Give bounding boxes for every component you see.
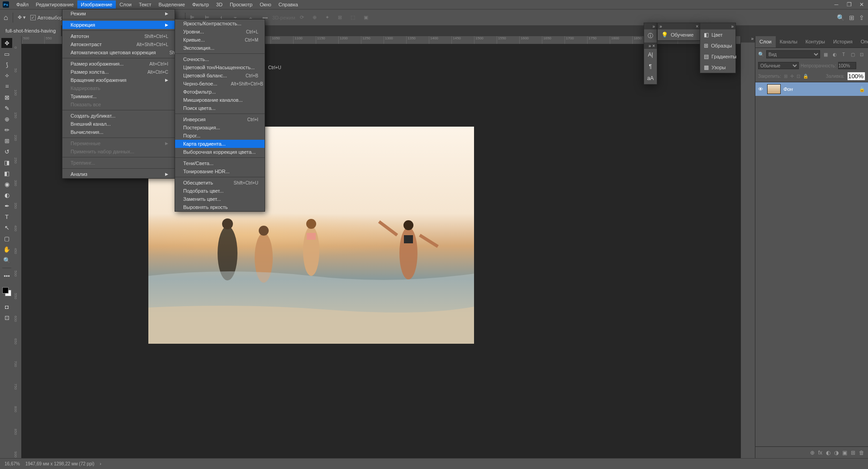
color-panel-row[interactable]: ▤Градиенты	[700, 51, 735, 62]
menu-item[interactable]: АвтоконтрастAlt+Shift+Ctrl+L	[62, 40, 175, 48]
menu-item[interactable]: Вращение изображения▶	[62, 76, 175, 84]
wand-tool[interactable]: ✧	[1, 71, 12, 81]
search-icon[interactable]: 🔍	[837, 14, 844, 21]
document-tab[interactable]: full-shot-friends-having	[0, 25, 62, 36]
menu-item[interactable]: Подобрать цвет...	[175, 187, 265, 195]
menu-item[interactable]: Создать дубликат...	[62, 112, 175, 120]
menu-item[interactable]: Сочность...	[175, 55, 265, 63]
panel-tab-3[interactable]: История	[829, 36, 857, 47]
adjustment-icon[interactable]: ◑	[834, 450, 839, 456]
menu-item[interactable]: ИнверсияCtrl+I	[175, 115, 265, 123]
menu-изображение[interactable]: Изображение	[77, 0, 116, 9]
path-tool[interactable]: ↖	[1, 223, 12, 232]
menu-item[interactable]: Кривые...Ctrl+M	[175, 36, 265, 44]
link-layers-icon[interactable]: ⊕	[810, 450, 815, 456]
shape-tool[interactable]: ▢	[1, 233, 12, 243]
mask-icon[interactable]: ◐	[826, 450, 830, 456]
status-chevron-icon[interactable]: ›	[100, 461, 101, 466]
history-brush-tool[interactable]: ↺	[1, 147, 12, 156]
menu-item[interactable]: Заменить цвет...	[175, 195, 265, 203]
learn-row[interactable]: 💡Обучение	[658, 29, 700, 40]
maximize-button[interactable]: ❐	[843, 1, 855, 8]
panel-tab-2[interactable]: Контуры	[802, 36, 829, 47]
pen-tool[interactable]: ✒	[1, 201, 12, 211]
menu-3d[interactable]: 3D	[213, 0, 226, 9]
menu-item[interactable]: Внешний канал...	[62, 120, 175, 128]
float-panel-icons[interactable]: » ⓘ » × A| ¶ aA	[644, 23, 657, 85]
menu-фильтр[interactable]: Фильтр	[189, 0, 213, 9]
type-tool[interactable]: T	[1, 212, 12, 222]
menu-item[interactable]: Цветовой баланс...Ctrl+B	[175, 71, 265, 80]
collapse-icon[interactable]: »	[652, 24, 655, 29]
close-icon[interactable]: ×	[696, 24, 698, 29]
marquee-tool[interactable]: ▭	[1, 49, 12, 59]
fill-input[interactable]	[847, 72, 865, 81]
menu-текст[interactable]: Текст	[135, 0, 155, 9]
menu-выделение[interactable]: Выделение	[155, 0, 189, 9]
group-icon[interactable]: ▣	[842, 450, 847, 456]
lasso-tool[interactable]: ⟆	[1, 60, 12, 70]
menu-item[interactable]: Уровни...Ctrl+L	[175, 28, 265, 36]
menu-item[interactable]: Цветовой тон/Насыщенность...Ctrl+U	[175, 63, 265, 71]
blur-tool[interactable]: ◉	[1, 179, 12, 189]
stamp-tool[interactable]: ⊞	[1, 136, 12, 146]
menu-справка[interactable]: Справка	[275, 0, 302, 9]
panel-tab-4[interactable]: Операции	[857, 36, 868, 47]
home-button[interactable]: ⌂	[4, 14, 8, 22]
collapse-icon[interactable]: »	[731, 24, 734, 29]
layer-name[interactable]: Фон	[783, 86, 856, 92]
workspace-icon[interactable]: ⊞	[849, 14, 854, 21]
lock-pixels-icon[interactable]: ⊞	[784, 74, 787, 79]
eyedropper-tool[interactable]: ✎	[1, 103, 12, 113]
menu-слои[interactable]: Слои	[116, 0, 135, 9]
blend-mode-select[interactable]: Обычные	[758, 62, 799, 69]
menu-item[interactable]: Порог...	[175, 132, 265, 140]
menu-редактирование[interactable]: Редактирование	[32, 0, 77, 9]
menu-item[interactable]: Выборочная коррекция цвета...	[175, 148, 265, 156]
brush-tool[interactable]: ✏	[1, 125, 12, 135]
delete-layer-icon[interactable]: 🗑	[859, 450, 864, 456]
menu-просмотр[interactable]: Просмотр	[226, 0, 256, 9]
menu-item[interactable]: Карта градиента...	[175, 140, 265, 148]
visibility-icon[interactable]: 👁	[758, 86, 764, 92]
menu-item[interactable]: Тени/Света...	[175, 159, 265, 167]
menu-item[interactable]: Тонирование HDR...	[175, 167, 265, 175]
menu-item[interactable]: Фотофильтр...	[175, 88, 265, 96]
menu-item[interactable]: Экспозиция...	[175, 44, 265, 52]
menu-item[interactable]: Тримминг...	[62, 92, 175, 100]
menu-файл[interactable]: Файл	[13, 0, 32, 9]
hand-tool[interactable]: ✋	[1, 244, 12, 254]
layer-thumbnail[interactable]	[767, 84, 781, 94]
zoom-level[interactable]: 16,67%	[5, 461, 20, 466]
screenmode-tool[interactable]: ⊡	[1, 313, 12, 322]
menu-item[interactable]: Постеризация...	[175, 123, 265, 132]
filter-pixel-icon[interactable]: ▦	[822, 51, 829, 58]
lock-position-icon[interactable]: ✛	[790, 74, 794, 79]
layer-row[interactable]: 👁 Фон 🔒	[755, 82, 868, 96]
zoom-tool[interactable]: 🔍	[1, 255, 12, 265]
paragraph-icon[interactable]: ¶	[649, 63, 652, 70]
autoselect-checkbox[interactable]: ✓ Автовыбор	[30, 15, 63, 20]
close-button[interactable]: ✕	[855, 1, 868, 8]
menu-item[interactable]: Микширование каналов...	[175, 96, 265, 104]
float-panel-color[interactable]: » ◧Цвет⊞Образцы▤Градиенты▦Узоры	[700, 23, 736, 73]
heal-tool[interactable]: ⊕	[1, 114, 12, 124]
menu-item[interactable]: Выровнять яркость	[175, 203, 265, 211]
menu-item[interactable]: АвтотонShift+Ctrl+L	[62, 32, 175, 40]
layer-filter-type[interactable]: Вид	[766, 50, 820, 58]
panel-tab-0[interactable]: Слои	[755, 36, 776, 47]
menu-item[interactable]: Анализ▶	[62, 170, 175, 178]
menu-item[interactable]: ОбесцветитьShift+Ctrl+U	[175, 179, 265, 187]
doc-dimensions[interactable]: 1947,69 мм x 1298,22 мм (72 ppi)	[25, 461, 95, 466]
menu-item[interactable]: Черно-белое...Alt+Shift+Ctrl+B	[175, 80, 265, 88]
info-icon[interactable]: ⓘ	[648, 32, 653, 40]
glyph-icon[interactable]: aA	[647, 75, 654, 81]
frame-tool[interactable]: ⊠	[1, 92, 12, 102]
menu-item[interactable]: Коррекция▶	[62, 21, 175, 29]
fx-icon[interactable]: fx	[818, 450, 822, 456]
opacity-input[interactable]	[838, 62, 856, 69]
edit-toolbar[interactable]: •••	[1, 271, 12, 281]
menu-item[interactable]: Вычисления...	[62, 128, 175, 136]
lock-all-icon[interactable]: 🔒	[803, 74, 808, 79]
menu-item[interactable]: Поиск цвета...	[175, 104, 265, 112]
